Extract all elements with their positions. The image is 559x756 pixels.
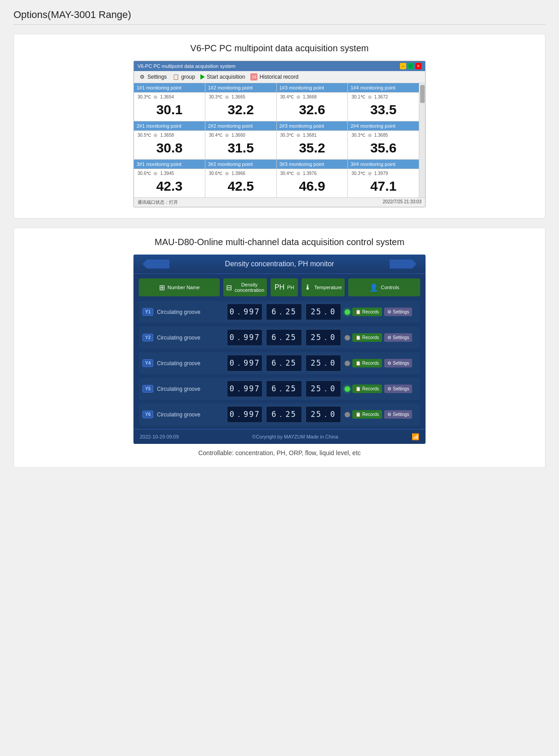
v6pc-cell-value: 42.3	[138, 176, 201, 195]
v6pc-cell: 30.4℃ 1.366832.6	[277, 93, 348, 121]
mau-settings-button[interactable]: ⚙Settings	[384, 333, 412, 342]
v6pc-cell-index: 1.3668	[303, 94, 317, 99]
mau-records-button[interactable]: 📋Records	[352, 410, 382, 419]
mau-footer: 2022-10-29 09:09 ©Coryright by MAYZUM Ma…	[133, 429, 426, 444]
mau-row-name: Circulating groove	[157, 335, 200, 341]
mau-status-dot	[345, 361, 350, 366]
v6pc-scrollbar-thumb[interactable]	[420, 85, 425, 103]
gear-icon: ⚙	[138, 73, 146, 81]
records-label: Records	[362, 412, 379, 417]
col-number-name-label: Number Name	[168, 285, 200, 290]
settings-icon: ⚙	[387, 335, 391, 340]
records-label: Records	[362, 309, 379, 314]
settings-label: Settings	[393, 412, 409, 417]
v6pc-status-left: 通讯端口状态：打开	[138, 199, 178, 206]
mau-row-tag: Y2	[142, 334, 153, 341]
mau-records-button[interactable]: 📋Records	[352, 359, 382, 367]
records-icon: 📋	[355, 335, 361, 340]
toolbar-settings[interactable]: ⚙ Settings	[138, 73, 167, 81]
mau-header: Density concentration, PH monitor	[133, 255, 426, 274]
toolbar-history[interactable]: 16 Historical record	[250, 73, 298, 81]
mau-status-dot	[345, 386, 350, 392]
v6pc-cell-header: 1#1 monitoring point	[134, 83, 205, 92]
settings-label: Settings	[393, 335, 409, 340]
v6pc-cell-value: 30.1	[138, 99, 201, 118]
mau-temp-value: 25．0	[306, 304, 341, 320]
mau-footer-copyright: ©Coryright by MAYZUM Made in China	[252, 434, 338, 439]
mau-density-value: 0．997	[227, 406, 262, 423]
col-temperature-button[interactable]: 🌡 Temperature	[302, 278, 345, 296]
mau-settings-button[interactable]: ⚙Settings	[384, 385, 412, 393]
section-mau-title: MAU-D80-Online multi-channel data acquis…	[23, 237, 536, 247]
mau-settings-button[interactable]: ⚙Settings	[384, 410, 412, 419]
v6pc-cell: 30.5℃ 1.365830.8	[134, 131, 205, 159]
v6pc-cell-header: 3#4 monitoring point	[348, 160, 419, 169]
toolbar-group[interactable]: 📋 group	[172, 73, 195, 81]
mau-status-dot	[345, 309, 350, 315]
v6pc-cell-header: 3#3 monitoring point	[277, 160, 348, 169]
col-ph-button[interactable]: PH PH	[271, 278, 298, 296]
toolbar-history-label: Historical record	[259, 74, 298, 80]
mau-density-value: 0．997	[227, 304, 262, 320]
col-controls-button[interactable]: 👤 Controls	[348, 278, 420, 296]
start-acquisition-button[interactable]: Start acquisition	[200, 74, 245, 80]
v6pc-cell-subinfo: 30.3℃ 1.3681	[280, 133, 344, 138]
v6pc-cell-subinfo: 30.3℃ 1.3654	[138, 94, 201, 99]
mau-density-value: 0．997	[227, 355, 262, 371]
close-button[interactable]: ✕	[415, 63, 421, 69]
v6pc-cell-index: 1.3681	[303, 133, 317, 138]
records-icon: 📋	[355, 386, 361, 391]
v6pc-cell-dot	[368, 134, 372, 137]
v6pc-cell-subinfo: 30.3℃ 1.3685	[351, 133, 415, 138]
v6pc-cell-dot	[368, 95, 372, 99]
mau-settings-button[interactable]: ⚙Settings	[384, 308, 412, 316]
v6pc-grid: 1#1 monitoring point1#2 monitoring point…	[134, 83, 419, 197]
col-ph-label: PH	[287, 285, 294, 290]
col-number-name-button[interactable]: ⊞ Number Name	[139, 278, 220, 296]
mau-caption: Controllable: concentration, PH, ORP, fl…	[23, 449, 536, 456]
v6pc-cell-subinfo: 30.5℃ 1.3658	[138, 133, 201, 138]
mau-settings-button[interactable]: ⚙Settings	[384, 359, 412, 367]
v6pc-cell-subinfo: 30.6℃ 1.3966	[209, 171, 273, 176]
v6pc-cell: 30.3℃ 1.368535.6	[348, 131, 419, 159]
toolbar-group-label: group	[181, 74, 195, 80]
v6pc-cell: 30.3℃ 1.397947.1	[348, 169, 419, 197]
mau-temp-value: 25．0	[306, 329, 341, 346]
mau-row-label: Y2Circulating groove	[142, 334, 223, 341]
v6pc-cell-value: 31.5	[209, 138, 273, 157]
mau-row-name: Circulating groove	[157, 360, 200, 367]
v6pc-cell-value: 32.2	[209, 99, 273, 118]
history-icon: 16	[250, 73, 257, 81]
records-label: Records	[362, 386, 379, 391]
v6pc-titlebar-text: V6-PC PC multipoint data acquisition sys…	[138, 63, 235, 69]
minimize-button[interactable]: −	[400, 63, 406, 69]
mau-header-title: Density concentration, PH monitor	[225, 260, 334, 268]
mau-row-controls: 📋Records⚙Settings	[345, 359, 417, 367]
mau-row-label: Y4Circulating groove	[142, 359, 223, 367]
mau-ph-value: 6．25	[266, 406, 302, 423]
mau-ph-value: 6．25	[266, 304, 302, 320]
col-density-button[interactable]: ⊟ Densityconcentration	[223, 278, 267, 296]
mau-temp-value: 25．0	[306, 355, 341, 371]
v6pc-window: V6-PC PC multipoint data acquisition sys…	[133, 61, 426, 207]
mau-records-button[interactable]: 📋Records	[352, 308, 382, 316]
mau-ph-value: 6．25	[266, 380, 302, 397]
v6pc-cell-subinfo: 30.3℃ 1.3979	[351, 171, 415, 176]
settings-icon: ⚙	[387, 361, 391, 366]
ph-icon: PH	[275, 283, 284, 291]
mau-status-dot	[345, 412, 350, 417]
v6pc-cell-header: 1#4 monitoring point	[348, 83, 419, 92]
mau-data-row: Y2Circulating groove0．9976．2525．0📋Record…	[139, 327, 420, 349]
mau-records-button[interactable]: 📋Records	[352, 385, 382, 393]
v6pc-cell-dot	[225, 134, 229, 137]
v6pc-scrollbar[interactable]	[419, 83, 425, 197]
maximize-button[interactable]: □	[408, 63, 414, 69]
v6pc-cell: 30.4℃ 1.366031.5	[205, 131, 276, 159]
section-v6pc: V6-PC PC multipoint data acquisition sys…	[13, 34, 546, 219]
mau-records-button[interactable]: 📋Records	[352, 333, 382, 342]
section-mau: MAU-D80-Online multi-channel data acquis…	[13, 228, 546, 468]
v6pc-cell-index: 1.3658	[160, 133, 174, 138]
v6pc-cell-header: 1#2 monitoring point	[205, 83, 276, 92]
v6pc-cell-index: 1.3672	[374, 94, 388, 99]
v6pc-statusbar: 通讯端口状态：打开 2022/7/25 21:33:03	[134, 197, 425, 207]
